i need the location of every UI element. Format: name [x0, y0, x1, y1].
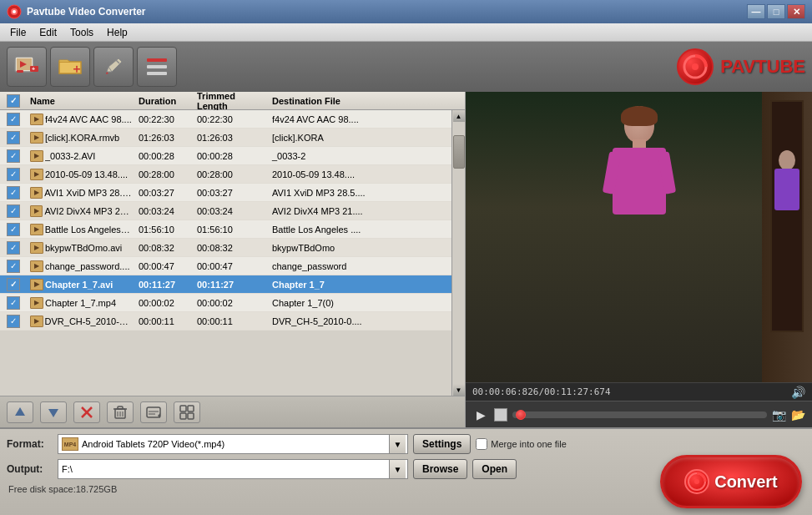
- table-row[interactable]: ✓ ▶ [click].KORA.rmvb 01:26:03 01:26:03 …: [0, 129, 451, 147]
- row-checkbox[interactable]: ✓: [7, 260, 20, 273]
- scrollbar-vertical[interactable]: ▲ ▼: [451, 110, 465, 396]
- row-dest: 2010-05-09 13.48....: [269, 169, 451, 179]
- merge-checkbox[interactable]: [476, 438, 487, 450]
- progress-dot: [516, 410, 526, 420]
- select-all-checkbox[interactable]: ✓: [7, 94, 20, 108]
- svg-rect-13: [147, 65, 167, 68]
- svg-rect-34: [188, 413, 194, 419]
- row-checkbox[interactable]: ✓: [7, 186, 20, 199]
- row-duration: 01:26:03: [135, 133, 194, 143]
- video-area: 00:00:06:826/00:11:27:674 🔊 ▶ 📷 📂: [466, 92, 812, 427]
- header-dest: Destination File: [269, 96, 451, 106]
- list-button[interactable]: [137, 47, 177, 87]
- file-type-icon: ▶: [30, 114, 43, 125]
- row-dest: [click].KORA: [269, 133, 451, 143]
- row-duration: 01:56:10: [135, 225, 194, 235]
- delete-button[interactable]: [107, 401, 134, 423]
- header-check: ✓: [0, 94, 27, 108]
- stop-button[interactable]: [494, 408, 507, 422]
- edit-button[interactable]: [93, 47, 134, 87]
- video-preview: [466, 92, 812, 382]
- browse-button[interactable]: Browse: [413, 459, 467, 479]
- row-checkbox[interactable]: ✓: [7, 223, 20, 236]
- table-row[interactable]: ✓ ▶ AVI2 DivX4 MP3 21.... 00:03:24 00:03…: [0, 202, 451, 220]
- format-select[interactable]: MP4 Android Tablets 720P Video(*.mp4) ▼: [58, 434, 408, 454]
- row-checkbox[interactable]: ✓: [7, 113, 20, 126]
- format-label: Format:: [7, 438, 53, 450]
- row-dest: AVI1 XviD MP3 28.5....: [269, 188, 451, 198]
- row-trimmed: 00:08:32: [194, 243, 269, 253]
- file-type-icon: ▶: [30, 132, 43, 144]
- convert-button[interactable]: Convert: [660, 455, 802, 508]
- folder-icon[interactable]: 📂: [791, 408, 805, 422]
- convert-label: Convert: [714, 472, 778, 492]
- row-name: ▶ bkypwTBdOmo.avi: [27, 242, 135, 254]
- maximize-button[interactable]: □: [767, 4, 785, 19]
- volume-icon[interactable]: 🔊: [791, 386, 805, 399]
- row-trimmed: 00:00:11: [194, 316, 269, 326]
- close-button[interactable]: ✕: [787, 4, 805, 19]
- row-checkbox[interactable]: ✓: [7, 149, 20, 163]
- file-type-icon: ▶: [30, 242, 43, 254]
- file-list-body: ✓ ▶ f4v24 AVC AAC 98.... 00:22:30 00:22:…: [0, 110, 465, 396]
- row-trimmed: 00:00:47: [194, 261, 269, 271]
- move-up-button[interactable]: [7, 401, 33, 423]
- row-checkbox[interactable]: ✓: [7, 241, 20, 255]
- menu-tools[interactable]: Tools: [63, 25, 100, 40]
- open-button[interactable]: Open: [472, 459, 517, 479]
- menu-help[interactable]: Help: [100, 25, 134, 40]
- file-list-header: ✓ Name Duration Trimmed Length Destinati…: [0, 92, 465, 110]
- table-row[interactable]: ✓ ▶ Chapter 1_7.avi 00:11:27 00:11:27 Ch…: [0, 275, 451, 294]
- row-name: ▶ _0033-2.AVI: [27, 150, 135, 162]
- settings-button[interactable]: Settings: [413, 434, 471, 454]
- svg-rect-6: [17, 70, 23, 73]
- svg-text:+: +: [32, 66, 35, 72]
- row-checkbox[interactable]: ✓: [7, 315, 20, 328]
- file-type-icon: ▶: [30, 187, 43, 199]
- video-controls: ▶ 📷 📂: [466, 401, 812, 427]
- play-button[interactable]: ▶: [472, 406, 489, 423]
- table-row[interactable]: ✓ ▶ DVR_CH-5_2010-0.... 00:00:11 00:00:1…: [0, 312, 451, 331]
- header-trimmed: Trimmed Length: [194, 91, 269, 111]
- svg-rect-33: [180, 413, 186, 419]
- row-name: ▶ change_password....: [27, 260, 135, 272]
- row-name: ▶ Battle Los Angeles ....: [27, 224, 135, 235]
- table-row[interactable]: ✓ ▶ change_password.... 00:00:47 00:00:4…: [0, 257, 451, 275]
- remove-button[interactable]: [73, 401, 100, 423]
- output-label: Output:: [7, 463, 53, 475]
- add-folder-button[interactable]: [50, 47, 90, 87]
- logo-icon: [677, 48, 714, 85]
- row-checkbox[interactable]: ✓: [7, 204, 20, 218]
- scrollbar-thumb[interactable]: [453, 135, 465, 169]
- table-row[interactable]: ✓ ▶ f4v24 AVC AAC 98.... 00:22:30 00:22:…: [0, 110, 451, 129]
- table-row[interactable]: ✓ ▶ Battle Los Angeles .... 01:56:10 01:…: [0, 220, 451, 239]
- file-list-scroll[interactable]: ✓ ▶ f4v24 AVC AAC 98.... 00:22:30 00:22:…: [0, 110, 451, 396]
- table-row[interactable]: ✓ ▶ 2010-05-09 13.48.... 00:28:00 00:28:…: [0, 165, 451, 184]
- row-checkbox[interactable]: ✓: [7, 131, 20, 144]
- menu-edit[interactable]: Edit: [33, 25, 63, 40]
- svg-point-2: [13, 10, 16, 13]
- table-row[interactable]: ✓ ▶ _0033-2.AVI 00:00:28 00:00:28 _0033-…: [0, 147, 451, 165]
- table-row[interactable]: ✓ ▶ Chapter 1_7.mp4 00:00:02 00:00:02 Ch…: [0, 294, 451, 312]
- file-type-icon: ▶: [30, 205, 43, 217]
- menu-file[interactable]: File: [3, 25, 33, 40]
- add-video-button[interactable]: +: [7, 47, 47, 87]
- table-row[interactable]: ✓ ▶ AVI1 XviD MP3 28.5.... 00:03:27 00:0…: [0, 184, 451, 202]
- format-dropdown-arrow[interactable]: ▼: [389, 435, 406, 453]
- row-checkbox[interactable]: ✓: [7, 168, 20, 181]
- action-bar: [0, 396, 465, 427]
- table-row[interactable]: ✓ ▶ bkypwTBdOmo.avi 00:08:32 00:08:32 bk…: [0, 239, 451, 257]
- progress-bar[interactable]: [512, 411, 767, 418]
- minimize-button[interactable]: —: [747, 4, 765, 19]
- row-dest: f4v24 AVC AAC 98....: [269, 114, 451, 124]
- camera-icon[interactable]: 📷: [772, 408, 786, 422]
- output-path[interactable]: F:\ ▼: [58, 459, 408, 479]
- move-down-button[interactable]: [40, 401, 67, 423]
- row-checkbox[interactable]: ✓: [7, 296, 20, 310]
- row-checkbox[interactable]: ✓: [7, 278, 20, 291]
- subtitle-button[interactable]: [140, 401, 167, 423]
- merge-label: Merge into one file: [491, 439, 567, 449]
- output-dropdown-arrow[interactable]: ▼: [389, 460, 406, 478]
- row-duration: 00:03:24: [135, 206, 194, 216]
- crop-button[interactable]: [174, 401, 200, 423]
